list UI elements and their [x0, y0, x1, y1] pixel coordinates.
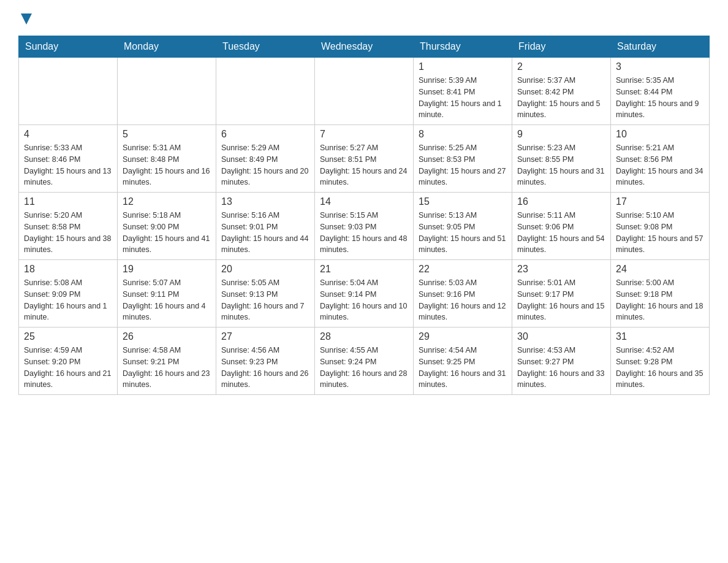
- day-info: Sunrise: 5:33 AM Sunset: 8:46 PM Dayligh…: [24, 142, 112, 188]
- calendar-cell: 16Sunrise: 5:11 AM Sunset: 9:06 PM Dayli…: [512, 193, 611, 260]
- day-number: 1: [419, 61, 507, 72]
- day-number: 21: [320, 264, 408, 275]
- day-number: 26: [123, 331, 211, 342]
- day-info: Sunrise: 5:08 AM Sunset: 9:09 PM Dayligh…: [24, 277, 112, 323]
- weekday-header-sunday: Sunday: [19, 36, 118, 58]
- calendar-cell: 30Sunrise: 4:53 AM Sunset: 9:27 PM Dayli…: [512, 327, 611, 395]
- day-number: 29: [419, 331, 507, 342]
- calendar-cell: 29Sunrise: 4:54 AM Sunset: 9:25 PM Dayli…: [414, 327, 512, 395]
- day-number: 23: [517, 264, 605, 275]
- weekday-header-tuesday: Tuesday: [216, 36, 315, 58]
- day-number: 3: [616, 61, 704, 72]
- calendar-cell: 11Sunrise: 5:20 AM Sunset: 8:58 PM Dayli…: [19, 193, 118, 260]
- calendar-week-row: 18Sunrise: 5:08 AM Sunset: 9:09 PM Dayli…: [19, 260, 710, 327]
- calendar-week-row: 4Sunrise: 5:33 AM Sunset: 8:46 PM Daylig…: [19, 125, 710, 193]
- calendar-cell: 23Sunrise: 5:01 AM Sunset: 9:17 PM Dayli…: [512, 260, 611, 327]
- weekday-header-wednesday: Wednesday: [315, 36, 414, 58]
- calendar-cell: [19, 58, 118, 125]
- day-number: 16: [517, 196, 605, 207]
- day-number: 5: [123, 129, 211, 140]
- day-number: 17: [616, 196, 704, 207]
- calendar-cell: 3Sunrise: 5:35 AM Sunset: 8:44 PM Daylig…: [611, 58, 710, 125]
- weekday-header-row: SundayMondayTuesdayWednesdayThursdayFrid…: [19, 36, 710, 58]
- day-info: Sunrise: 5:03 AM Sunset: 9:16 PM Dayligh…: [419, 277, 507, 323]
- calendar-cell: 10Sunrise: 5:21 AM Sunset: 8:56 PM Dayli…: [611, 125, 710, 193]
- day-number: 19: [123, 264, 211, 275]
- calendar-cell: 26Sunrise: 4:58 AM Sunset: 9:21 PM Dayli…: [118, 327, 216, 395]
- calendar-cell: 17Sunrise: 5:10 AM Sunset: 9:08 PM Dayli…: [611, 193, 710, 260]
- calendar-cell: 6Sunrise: 5:29 AM Sunset: 8:49 PM Daylig…: [216, 125, 315, 193]
- day-number: 15: [419, 196, 507, 207]
- day-info: Sunrise: 5:00 AM Sunset: 9:18 PM Dayligh…: [616, 277, 704, 323]
- day-info: Sunrise: 5:15 AM Sunset: 9:03 PM Dayligh…: [320, 210, 408, 256]
- day-info: Sunrise: 5:13 AM Sunset: 9:05 PM Dayligh…: [419, 210, 507, 256]
- day-number: 7: [320, 129, 408, 140]
- calendar-cell: 2Sunrise: 5:37 AM Sunset: 8:42 PM Daylig…: [512, 58, 611, 125]
- calendar-cell: 28Sunrise: 4:55 AM Sunset: 9:24 PM Dayli…: [315, 327, 414, 395]
- day-number: 25: [24, 331, 112, 342]
- day-info: Sunrise: 5:18 AM Sunset: 9:00 PM Dayligh…: [123, 210, 211, 256]
- calendar-week-row: 11Sunrise: 5:20 AM Sunset: 8:58 PM Dayli…: [19, 193, 710, 260]
- day-info: Sunrise: 5:20 AM Sunset: 8:58 PM Dayligh…: [24, 210, 112, 256]
- day-info: Sunrise: 5:16 AM Sunset: 9:01 PM Dayligh…: [221, 210, 309, 256]
- day-number: 18: [24, 264, 112, 275]
- day-info: Sunrise: 5:21 AM Sunset: 8:56 PM Dayligh…: [616, 142, 704, 188]
- day-number: 22: [419, 264, 507, 275]
- day-number: 13: [221, 196, 309, 207]
- day-info: Sunrise: 5:39 AM Sunset: 8:41 PM Dayligh…: [419, 75, 507, 121]
- calendar-cell: 12Sunrise: 5:18 AM Sunset: 9:00 PM Dayli…: [118, 193, 216, 260]
- day-info: Sunrise: 4:58 AM Sunset: 9:21 PM Dayligh…: [123, 345, 211, 391]
- day-info: Sunrise: 4:59 AM Sunset: 9:20 PM Dayligh…: [24, 345, 112, 391]
- day-number: 30: [517, 331, 605, 342]
- day-info: Sunrise: 5:01 AM Sunset: 9:17 PM Dayligh…: [517, 277, 605, 323]
- calendar-cell: 15Sunrise: 5:13 AM Sunset: 9:05 PM Dayli…: [414, 193, 512, 260]
- calendar-cell: 24Sunrise: 5:00 AM Sunset: 9:18 PM Dayli…: [611, 260, 710, 327]
- page-header: [18, 12, 710, 23]
- weekday-header-monday: Monday: [118, 36, 216, 58]
- calendar-cell: [118, 58, 216, 125]
- calendar-cell: 4Sunrise: 5:33 AM Sunset: 8:46 PM Daylig…: [19, 125, 118, 193]
- day-number: 11: [24, 196, 112, 207]
- calendar-cell: 19Sunrise: 5:07 AM Sunset: 9:11 PM Dayli…: [118, 260, 216, 327]
- day-number: 24: [616, 264, 704, 275]
- calendar-week-row: 1Sunrise: 5:39 AM Sunset: 8:41 PM Daylig…: [19, 58, 710, 125]
- day-number: 27: [221, 331, 309, 342]
- calendar-cell: 25Sunrise: 4:59 AM Sunset: 9:20 PM Dayli…: [19, 327, 118, 395]
- calendar-table: SundayMondayTuesdayWednesdayThursdayFrid…: [18, 36, 710, 395]
- calendar-cell: 20Sunrise: 5:05 AM Sunset: 9:13 PM Dayli…: [216, 260, 315, 327]
- day-number: 31: [616, 331, 704, 342]
- logo: [18, 12, 33, 23]
- calendar-cell: 1Sunrise: 5:39 AM Sunset: 8:41 PM Daylig…: [414, 58, 512, 125]
- day-info: Sunrise: 4:54 AM Sunset: 9:25 PM Dayligh…: [419, 345, 507, 391]
- day-number: 28: [320, 331, 408, 342]
- calendar-cell: 22Sunrise: 5:03 AM Sunset: 9:16 PM Dayli…: [414, 260, 512, 327]
- calendar-cell: [216, 58, 315, 125]
- day-info: Sunrise: 5:37 AM Sunset: 8:42 PM Dayligh…: [517, 75, 605, 121]
- day-number: 14: [320, 196, 408, 207]
- day-info: Sunrise: 5:07 AM Sunset: 9:11 PM Dayligh…: [123, 277, 211, 323]
- calendar-cell: 14Sunrise: 5:15 AM Sunset: 9:03 PM Dayli…: [315, 193, 414, 260]
- calendar-cell: 18Sunrise: 5:08 AM Sunset: 9:09 PM Dayli…: [19, 260, 118, 327]
- logo-arrow-icon: [20, 12, 33, 26]
- day-number: 9: [517, 129, 605, 140]
- day-info: Sunrise: 5:31 AM Sunset: 8:48 PM Dayligh…: [123, 142, 211, 188]
- day-number: 2: [517, 61, 605, 72]
- day-info: Sunrise: 5:10 AM Sunset: 9:08 PM Dayligh…: [616, 210, 704, 256]
- calendar-cell: [315, 58, 414, 125]
- calendar-cell: 13Sunrise: 5:16 AM Sunset: 9:01 PM Dayli…: [216, 193, 315, 260]
- day-info: Sunrise: 5:05 AM Sunset: 9:13 PM Dayligh…: [221, 277, 309, 323]
- day-number: 6: [221, 129, 309, 140]
- calendar-cell: 7Sunrise: 5:27 AM Sunset: 8:51 PM Daylig…: [315, 125, 414, 193]
- calendar-cell: 8Sunrise: 5:25 AM Sunset: 8:53 PM Daylig…: [414, 125, 512, 193]
- day-info: Sunrise: 4:55 AM Sunset: 9:24 PM Dayligh…: [320, 345, 408, 391]
- weekday-header-friday: Friday: [512, 36, 611, 58]
- day-info: Sunrise: 4:53 AM Sunset: 9:27 PM Dayligh…: [517, 345, 605, 391]
- calendar-cell: 31Sunrise: 4:52 AM Sunset: 9:28 PM Dayli…: [611, 327, 710, 395]
- day-info: Sunrise: 5:04 AM Sunset: 9:14 PM Dayligh…: [320, 277, 408, 323]
- day-info: Sunrise: 5:35 AM Sunset: 8:44 PM Dayligh…: [616, 75, 704, 121]
- weekday-header-saturday: Saturday: [611, 36, 710, 58]
- day-info: Sunrise: 5:11 AM Sunset: 9:06 PM Dayligh…: [517, 210, 605, 256]
- day-info: Sunrise: 5:27 AM Sunset: 8:51 PM Dayligh…: [320, 142, 408, 188]
- day-number: 10: [616, 129, 704, 140]
- day-number: 12: [123, 196, 211, 207]
